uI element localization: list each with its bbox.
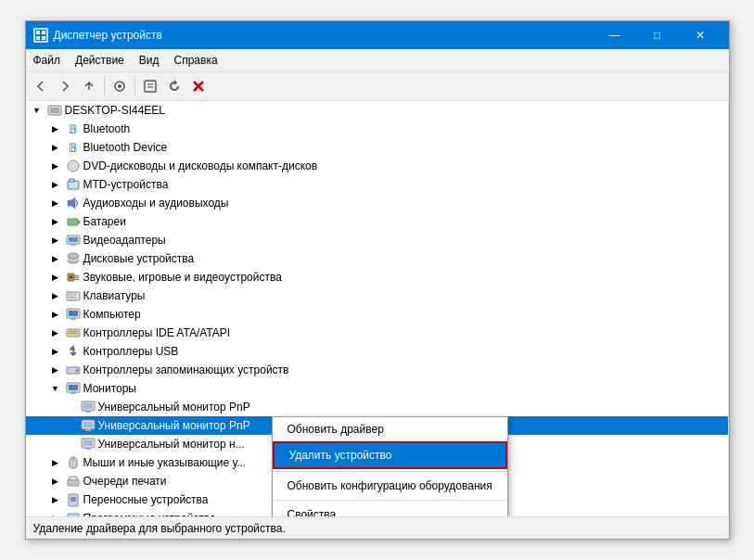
tree-dvd[interactable]: ▶ DVD-дисководы и дисководы компакт-диск… <box>26 157 728 175</box>
maximize-button[interactable]: □ <box>636 21 679 49</box>
ctx-properties[interactable]: Свойства <box>273 503 507 516</box>
batteries-icon <box>66 214 81 229</box>
video-label: Видеоадаптеры <box>83 234 166 247</box>
svg-rect-63 <box>68 514 79 516</box>
monitors-toggle[interactable]: ▼ <box>48 381 63 396</box>
tree-mtd[interactable]: ▶ MTD-устройства <box>26 175 728 194</box>
device-tree[interactable]: ▼ DESKTOP-SI44EEL ▶ 𝔹 Bluetooth ▶ 𝔹 <box>26 101 729 516</box>
software-toggle[interactable]: ▶ <box>48 511 63 516</box>
monitors-label: Мониторы <box>83 382 136 395</box>
bluetooth-device-toggle[interactable]: ▶ <box>48 140 63 155</box>
svg-rect-7 <box>145 81 156 92</box>
mtd-label: MTD-устройства <box>83 178 169 191</box>
dvd-toggle[interactable]: ▶ <box>48 159 63 173</box>
menu-bar: Файл Действие Вид Справка <box>26 49 729 72</box>
toolbar-forward[interactable] <box>54 75 76 97</box>
ide-toggle[interactable]: ▶ <box>48 325 63 340</box>
bluetooth-device-label: Bluetooth Device <box>83 141 168 154</box>
keyboards-toggle[interactable]: ▶ <box>48 288 63 303</box>
close-button[interactable]: ✕ <box>679 21 722 49</box>
tree-keyboards[interactable]: ▶ Клавиатуры <box>26 286 728 305</box>
menu-help[interactable]: Справка <box>167 51 225 70</box>
disk-toggle[interactable]: ▶ <box>48 251 63 266</box>
storage-icon <box>66 363 81 377</box>
usb-label: Контроллеры USB <box>83 345 179 358</box>
mice-toggle[interactable]: ▶ <box>48 455 63 470</box>
tree-batteries[interactable]: ▶ Батареи <box>26 212 728 231</box>
svg-rect-2 <box>42 31 45 34</box>
svg-rect-13 <box>50 108 59 113</box>
portable-toggle[interactable]: ▶ <box>48 492 63 507</box>
svg-rect-33 <box>69 294 70 296</box>
tree-storage[interactable]: ▶ Контроллеры запоминающих устройств <box>26 361 728 379</box>
tree-usb[interactable]: ▶ Контроллеры USB <box>26 342 728 361</box>
svg-rect-38 <box>69 311 78 316</box>
ctx-separator2 <box>273 500 507 501</box>
monitor3-icon <box>81 437 96 452</box>
tree-computer[interactable]: ▶ Компьютер <box>26 305 728 324</box>
monitor1-label: Универсальный монитор PnP <box>98 401 250 414</box>
svg-rect-32 <box>67 292 80 300</box>
toolbar-sep1 <box>104 77 105 95</box>
ctx-remove-device[interactable]: Удалить устройство <box>273 441 507 469</box>
storage-label: Контроллеры запоминающих устройств <box>83 363 289 376</box>
tree-sound[interactable]: ▶ Звуковые, игровые и видеоустройства <box>26 268 728 286</box>
tree-root[interactable]: ▼ DESKTOP-SI44EEL <box>26 101 728 120</box>
tree-monitors[interactable]: ▼ Мониторы <box>26 379 728 398</box>
content-area: ▼ DESKTOP-SI44EEL ▶ 𝔹 Bluetooth ▶ 𝔹 <box>26 101 729 516</box>
tree-monitor1[interactable]: Универсальный монитор PnP <box>26 398 728 416</box>
tree-ide[interactable]: ▶ Контроллеры IDE ATA/ATAPI <box>26 324 728 342</box>
root-toggle[interactable]: ▼ <box>30 103 45 118</box>
root-icon <box>47 103 62 118</box>
usb-toggle[interactable]: ▶ <box>48 344 63 359</box>
disk-label: Дисковые устройства <box>83 252 195 265</box>
toolbar-properties[interactable] <box>139 75 161 97</box>
video-toggle[interactable]: ▶ <box>48 233 63 248</box>
portable-label: Переносные устройства <box>83 493 209 506</box>
svg-rect-39 <box>70 318 76 320</box>
status-bar: Удаление драйвера для выбранного устройс… <box>26 516 729 539</box>
computer-toggle[interactable]: ▶ <box>48 307 63 322</box>
batteries-toggle[interactable]: ▶ <box>48 214 63 229</box>
toolbar-up[interactable] <box>78 75 100 97</box>
monitor3-label: Универсальный монитор н... <box>98 438 245 451</box>
print-toggle[interactable]: ▶ <box>48 474 63 489</box>
toolbar-back[interactable] <box>30 75 52 97</box>
batteries-label: Батареи <box>83 215 126 228</box>
software-label: Программные устройства <box>83 512 216 516</box>
dvd-label: DVD-дисководы и дисководы компакт-дисков <box>83 159 318 172</box>
svg-rect-4 <box>42 36 45 40</box>
toolbar-show-hidden[interactable] <box>109 75 131 97</box>
svg-rect-53 <box>85 429 91 431</box>
tree-audio[interactable]: ▶ Аудиовходы и аудиовыходы <box>26 194 728 212</box>
tree-disk[interactable]: ▶ Дисковые устройства <box>26 249 728 268</box>
computer-label: Компьютер <box>83 308 141 321</box>
menu-view[interactable]: Вид <box>132 51 167 70</box>
menu-file[interactable]: Файл <box>26 51 69 70</box>
ctx-update-driver[interactable]: Обновить драйвер <box>273 417 507 441</box>
toolbar-sep2 <box>134 77 135 95</box>
storage-toggle[interactable]: ▶ <box>48 363 63 377</box>
svg-point-15 <box>71 164 75 168</box>
sound-toggle[interactable]: ▶ <box>48 270 63 285</box>
menu-action[interactable]: Действие <box>68 51 132 70</box>
audio-toggle[interactable]: ▶ <box>48 196 63 210</box>
svg-rect-36 <box>69 297 76 299</box>
mice-label: Мыши и иные указывающие у... <box>83 456 247 469</box>
ctx-update-config[interactable]: Обновить конфигурацию оборудования <box>273 474 507 498</box>
toolbar-update[interactable] <box>163 75 185 97</box>
toolbar-remove[interactable] <box>187 75 210 97</box>
window-title: Диспетчер устройств <box>54 29 594 42</box>
bluetooth-toggle[interactable]: ▶ <box>48 121 63 136</box>
print-icon <box>66 474 81 489</box>
bluetooth-label: Bluetooth <box>83 122 131 135</box>
mtd-toggle[interactable]: ▶ <box>48 177 63 192</box>
tree-bluetooth-device[interactable]: ▶ 𝔹 Bluetooth Device <box>26 138 728 157</box>
svg-point-44 <box>75 369 78 372</box>
minimize-button[interactable]: — <box>594 21 636 49</box>
svg-rect-41 <box>69 331 78 332</box>
sound-label: Звуковые, игровые и видеоустройства <box>83 271 282 284</box>
tree-bluetooth[interactable]: ▶ 𝔹 Bluetooth <box>26 120 728 138</box>
tree-video[interactable]: ▶ Видеоадаптеры <box>26 231 728 249</box>
monitor1-icon <box>81 400 96 414</box>
